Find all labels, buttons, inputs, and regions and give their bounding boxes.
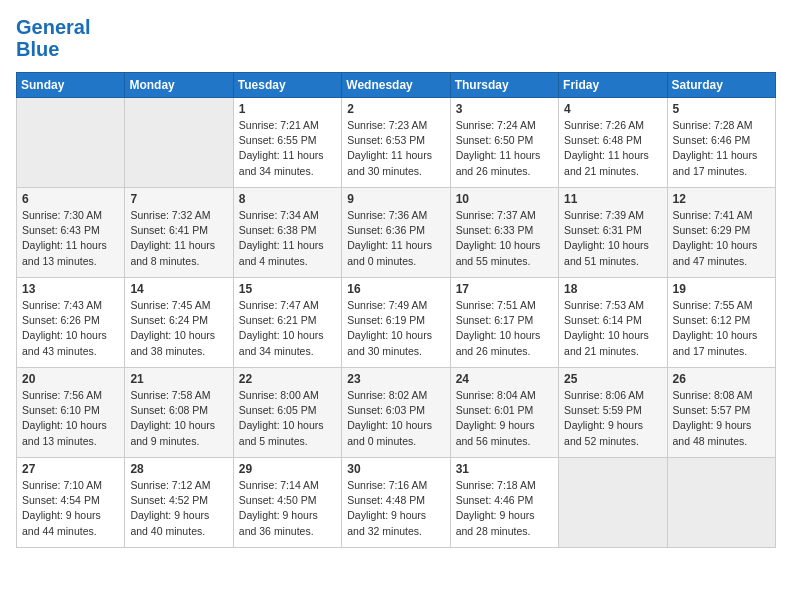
day-number: 5 (673, 102, 770, 116)
calendar-week-row: 20Sunrise: 7:56 AMSunset: 6:10 PMDayligh… (17, 368, 776, 458)
calendar-day-cell: 22Sunrise: 8:00 AMSunset: 6:05 PMDayligh… (233, 368, 341, 458)
calendar-day-cell: 18Sunrise: 7:53 AMSunset: 6:14 PMDayligh… (559, 278, 667, 368)
calendar-day-cell: 7Sunrise: 7:32 AMSunset: 6:41 PMDaylight… (125, 188, 233, 278)
calendar-day-cell: 31Sunrise: 7:18 AMSunset: 4:46 PMDayligh… (450, 458, 558, 548)
calendar-day-cell: 24Sunrise: 8:04 AMSunset: 6:01 PMDayligh… (450, 368, 558, 458)
day-number: 23 (347, 372, 444, 386)
day-number: 15 (239, 282, 336, 296)
day-of-week-header: Friday (559, 73, 667, 98)
day-number: 31 (456, 462, 553, 476)
day-info: Sunrise: 7:41 AMSunset: 6:29 PMDaylight:… (673, 208, 770, 269)
calendar-day-cell: 26Sunrise: 8:08 AMSunset: 5:57 PMDayligh… (667, 368, 775, 458)
calendar-day-cell: 6Sunrise: 7:30 AMSunset: 6:43 PMDaylight… (17, 188, 125, 278)
day-number: 4 (564, 102, 661, 116)
day-info: Sunrise: 7:24 AMSunset: 6:50 PMDaylight:… (456, 118, 553, 179)
day-of-week-header: Thursday (450, 73, 558, 98)
day-number: 12 (673, 192, 770, 206)
day-info: Sunrise: 7:30 AMSunset: 6:43 PMDaylight:… (22, 208, 119, 269)
day-info: Sunrise: 7:53 AMSunset: 6:14 PMDaylight:… (564, 298, 661, 359)
day-info: Sunrise: 7:12 AMSunset: 4:52 PMDaylight:… (130, 478, 227, 539)
day-info: Sunrise: 7:56 AMSunset: 6:10 PMDaylight:… (22, 388, 119, 449)
calendar-day-cell: 14Sunrise: 7:45 AMSunset: 6:24 PMDayligh… (125, 278, 233, 368)
day-number: 6 (22, 192, 119, 206)
day-of-week-header: Monday (125, 73, 233, 98)
day-info: Sunrise: 7:26 AMSunset: 6:48 PMDaylight:… (564, 118, 661, 179)
day-number: 25 (564, 372, 661, 386)
day-info: Sunrise: 7:51 AMSunset: 6:17 PMDaylight:… (456, 298, 553, 359)
day-info: Sunrise: 7:34 AMSunset: 6:38 PMDaylight:… (239, 208, 336, 269)
calendar-day-cell (17, 98, 125, 188)
day-info: Sunrise: 7:55 AMSunset: 6:12 PMDaylight:… (673, 298, 770, 359)
day-of-week-header: Saturday (667, 73, 775, 98)
calendar-week-row: 1Sunrise: 7:21 AMSunset: 6:55 PMDaylight… (17, 98, 776, 188)
calendar-day-cell: 16Sunrise: 7:49 AMSunset: 6:19 PMDayligh… (342, 278, 450, 368)
day-number: 22 (239, 372, 336, 386)
day-number: 29 (239, 462, 336, 476)
calendar-day-cell: 25Sunrise: 8:06 AMSunset: 5:59 PMDayligh… (559, 368, 667, 458)
day-number: 26 (673, 372, 770, 386)
day-number: 30 (347, 462, 444, 476)
calendar-day-cell: 15Sunrise: 7:47 AMSunset: 6:21 PMDayligh… (233, 278, 341, 368)
logo-text: General (16, 16, 90, 38)
calendar-day-cell (667, 458, 775, 548)
day-info: Sunrise: 7:43 AMSunset: 6:26 PMDaylight:… (22, 298, 119, 359)
day-number: 19 (673, 282, 770, 296)
day-info: Sunrise: 7:10 AMSunset: 4:54 PMDaylight:… (22, 478, 119, 539)
logo: General Blue (16, 16, 90, 60)
calendar-day-cell: 10Sunrise: 7:37 AMSunset: 6:33 PMDayligh… (450, 188, 558, 278)
calendar-day-cell: 21Sunrise: 7:58 AMSunset: 6:08 PMDayligh… (125, 368, 233, 458)
day-number: 24 (456, 372, 553, 386)
calendar-day-cell: 4Sunrise: 7:26 AMSunset: 6:48 PMDaylight… (559, 98, 667, 188)
calendar-day-cell (559, 458, 667, 548)
day-info: Sunrise: 7:39 AMSunset: 6:31 PMDaylight:… (564, 208, 661, 269)
day-number: 17 (456, 282, 553, 296)
calendar-day-cell: 9Sunrise: 7:36 AMSunset: 6:36 PMDaylight… (342, 188, 450, 278)
calendar-header-row: SundayMondayTuesdayWednesdayThursdayFrid… (17, 73, 776, 98)
calendar-day-cell: 19Sunrise: 7:55 AMSunset: 6:12 PMDayligh… (667, 278, 775, 368)
logo-line2: Blue (16, 38, 90, 60)
day-of-week-header: Sunday (17, 73, 125, 98)
day-of-week-header: Tuesday (233, 73, 341, 98)
day-number: 8 (239, 192, 336, 206)
day-number: 18 (564, 282, 661, 296)
day-number: 10 (456, 192, 553, 206)
day-number: 11 (564, 192, 661, 206)
calendar-table: SundayMondayTuesdayWednesdayThursdayFrid… (16, 72, 776, 548)
day-number: 16 (347, 282, 444, 296)
day-info: Sunrise: 8:06 AMSunset: 5:59 PMDaylight:… (564, 388, 661, 449)
calendar-day-cell: 3Sunrise: 7:24 AMSunset: 6:50 PMDaylight… (450, 98, 558, 188)
day-info: Sunrise: 8:02 AMSunset: 6:03 PMDaylight:… (347, 388, 444, 449)
page-header: General Blue (16, 16, 776, 60)
calendar-day-cell (125, 98, 233, 188)
day-number: 21 (130, 372, 227, 386)
calendar-week-row: 13Sunrise: 7:43 AMSunset: 6:26 PMDayligh… (17, 278, 776, 368)
calendar-week-row: 6Sunrise: 7:30 AMSunset: 6:43 PMDaylight… (17, 188, 776, 278)
day-of-week-header: Wednesday (342, 73, 450, 98)
calendar-day-cell: 29Sunrise: 7:14 AMSunset: 4:50 PMDayligh… (233, 458, 341, 548)
day-info: Sunrise: 8:08 AMSunset: 5:57 PMDaylight:… (673, 388, 770, 449)
day-info: Sunrise: 7:16 AMSunset: 4:48 PMDaylight:… (347, 478, 444, 539)
calendar-day-cell: 5Sunrise: 7:28 AMSunset: 6:46 PMDaylight… (667, 98, 775, 188)
day-info: Sunrise: 7:32 AMSunset: 6:41 PMDaylight:… (130, 208, 227, 269)
day-number: 20 (22, 372, 119, 386)
day-info: Sunrise: 7:21 AMSunset: 6:55 PMDaylight:… (239, 118, 336, 179)
day-info: Sunrise: 7:18 AMSunset: 4:46 PMDaylight:… (456, 478, 553, 539)
day-info: Sunrise: 7:45 AMSunset: 6:24 PMDaylight:… (130, 298, 227, 359)
calendar-day-cell: 1Sunrise: 7:21 AMSunset: 6:55 PMDaylight… (233, 98, 341, 188)
day-number: 27 (22, 462, 119, 476)
calendar-day-cell: 30Sunrise: 7:16 AMSunset: 4:48 PMDayligh… (342, 458, 450, 548)
day-info: Sunrise: 8:00 AMSunset: 6:05 PMDaylight:… (239, 388, 336, 449)
day-info: Sunrise: 8:04 AMSunset: 6:01 PMDaylight:… (456, 388, 553, 449)
calendar-day-cell: 2Sunrise: 7:23 AMSunset: 6:53 PMDaylight… (342, 98, 450, 188)
day-number: 7 (130, 192, 227, 206)
calendar-day-cell: 12Sunrise: 7:41 AMSunset: 6:29 PMDayligh… (667, 188, 775, 278)
day-info: Sunrise: 7:47 AMSunset: 6:21 PMDaylight:… (239, 298, 336, 359)
calendar-day-cell: 17Sunrise: 7:51 AMSunset: 6:17 PMDayligh… (450, 278, 558, 368)
day-number: 14 (130, 282, 227, 296)
day-number: 1 (239, 102, 336, 116)
calendar-day-cell: 27Sunrise: 7:10 AMSunset: 4:54 PMDayligh… (17, 458, 125, 548)
calendar-day-cell: 8Sunrise: 7:34 AMSunset: 6:38 PMDaylight… (233, 188, 341, 278)
day-number: 3 (456, 102, 553, 116)
day-info: Sunrise: 7:58 AMSunset: 6:08 PMDaylight:… (130, 388, 227, 449)
calendar-day-cell: 28Sunrise: 7:12 AMSunset: 4:52 PMDayligh… (125, 458, 233, 548)
